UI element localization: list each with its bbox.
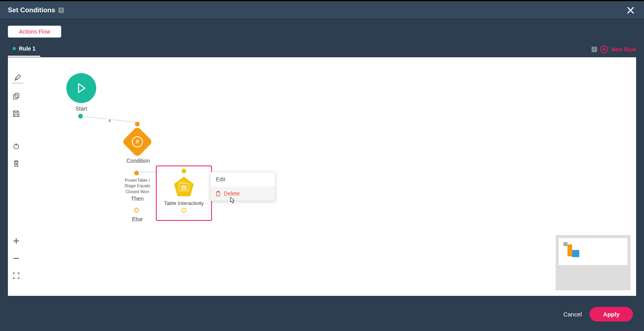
condition-else-port[interactable] <box>134 208 139 213</box>
menu-item-edit[interactable]: Edit <box>210 172 275 186</box>
minimap-node <box>567 244 572 256</box>
close-button[interactable] <box>625 5 636 16</box>
plus-icon <box>13 237 20 244</box>
trash-icon <box>216 191 221 196</box>
start-node-label: Start <box>66 105 96 112</box>
condition-expression: PowerTable / Stage Equals Closed Won <box>118 177 157 194</box>
pencil-icon <box>14 74 21 81</box>
modal-title-wrap: Set Conditions i <box>8 6 64 14</box>
menu-item-delete[interactable]: Delete <box>210 186 275 201</box>
info-icon: i <box>592 47 597 52</box>
plus-circle-icon <box>600 45 608 53</box>
start-node[interactable] <box>66 73 96 103</box>
connector-delete[interactable]: x <box>107 117 113 124</box>
minus-icon <box>13 255 20 262</box>
play-icon <box>75 82 87 94</box>
cond-line-1: PowerTable / <box>125 178 150 182</box>
cond-line-2: Stage Equals <box>124 183 150 188</box>
fullscreen-tool[interactable] <box>12 271 21 280</box>
cond-line-3: Closed Won <box>125 189 149 194</box>
context-menu: Edit Delete <box>210 172 275 201</box>
tab-status-dot <box>13 47 16 50</box>
menu-edit-label: Edit <box>216 176 225 182</box>
modal-header: Set Conditions i <box>0 1 644 19</box>
edit-tool[interactable] <box>12 75 24 83</box>
trash-icon <box>13 160 19 167</box>
else-label: Else <box>118 216 157 222</box>
new-rule-label: New Rule <box>611 46 636 53</box>
tabs-row: Rule 1 i New Rule <box>0 41 644 57</box>
apply-button[interactable]: Apply <box>590 307 633 322</box>
minimap-node <box>564 242 567 246</box>
save-icon <box>13 110 20 117</box>
copy-tool[interactable] <box>12 92 21 101</box>
connector-then-a <box>140 172 158 172</box>
table-input-port[interactable] <box>182 169 186 173</box>
condition-node[interactable]: If <box>126 131 148 153</box>
close-icon <box>627 7 634 14</box>
start-output-port[interactable] <box>78 114 83 118</box>
condition-then-port[interactable] <box>134 171 139 175</box>
minimap[interactable] <box>556 235 631 290</box>
then-label: Then <box>118 196 157 202</box>
zoom-in-tool[interactable] <box>12 237 21 245</box>
modal-footer: Cancel Apply <box>0 301 644 331</box>
new-rule-button[interactable]: i New Rule <box>592 45 636 53</box>
modal-title: Set Conditions <box>8 6 55 14</box>
save-tool[interactable] <box>12 109 21 118</box>
power-icon <box>13 143 20 150</box>
condition-node-label: Condition <box>118 158 158 164</box>
zoom-out-tool[interactable] <box>12 254 21 263</box>
copy-icon <box>13 93 20 100</box>
minimap-viewport <box>559 238 627 265</box>
condition-input-port[interactable] <box>135 122 140 126</box>
table-interactivity-node[interactable]: Table Interactivity <box>156 166 212 221</box>
delete-tool[interactable] <box>12 159 21 168</box>
tab-label: Rule 1 <box>19 45 36 52</box>
info-icon[interactable]: i <box>58 8 64 13</box>
svg-rect-0 <box>13 95 17 99</box>
minimap-node <box>572 250 579 257</box>
cancel-button[interactable]: Cancel <box>564 311 582 318</box>
if-label: If <box>132 136 143 147</box>
cursor-icon <box>228 196 236 205</box>
pentagon-icon <box>174 177 194 196</box>
tab-rule-1[interactable]: Rule 1 <box>8 41 40 57</box>
power-tool[interactable] <box>12 142 21 150</box>
canvas-toolbar <box>12 75 24 280</box>
menu-delete-label: Delete <box>224 190 240 197</box>
diamond-icon: If <box>122 126 153 157</box>
fullscreen-icon <box>13 272 20 279</box>
actions-flow-button[interactable]: Actions Flow <box>8 26 61 38</box>
table-output-port[interactable] <box>182 208 186 213</box>
actions-row: Actions Flow <box>0 19 644 41</box>
set-conditions-modal: Set Conditions i Actions Flow Rule 1 i N… <box>0 1 644 331</box>
svg-rect-1 <box>15 93 19 98</box>
table-node-label: Table Interactivity <box>164 200 204 206</box>
tabs-list: Rule 1 <box>8 41 40 57</box>
flow-canvas[interactable]: Start x If Condition PowerTable / Stage … <box>8 57 636 296</box>
folder-icon <box>179 183 189 191</box>
